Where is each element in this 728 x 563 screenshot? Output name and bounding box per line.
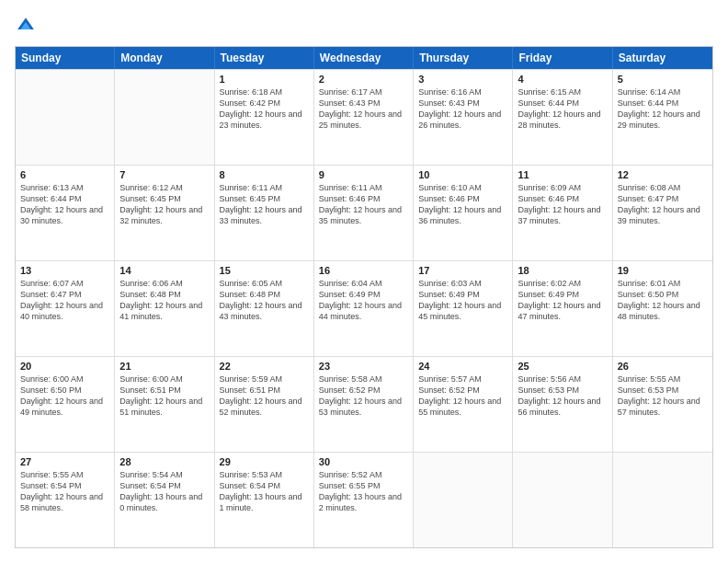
day-info: Sunrise: 6:11 AM Sunset: 6:45 PM Dayligh… xyxy=(220,182,309,227)
day-info: Sunrise: 6:08 AM Sunset: 6:47 PM Dayligh… xyxy=(618,182,708,227)
day-number: 12 xyxy=(618,169,708,180)
day-number: 4 xyxy=(518,74,607,85)
day-number: 28 xyxy=(119,456,209,467)
calendar-cell-day-25: 25Sunrise: 5:56 AM Sunset: 6:53 PM Dayli… xyxy=(513,357,612,452)
day-info: Sunrise: 6:05 AM Sunset: 6:48 PM Dayligh… xyxy=(220,278,309,323)
day-number: 25 xyxy=(518,361,607,372)
calendar-cell-day-22: 22Sunrise: 5:59 AM Sunset: 6:51 PM Dayli… xyxy=(215,357,314,452)
calendar-cell-day-21: 21Sunrise: 6:00 AM Sunset: 6:51 PM Dayli… xyxy=(115,357,214,452)
day-info: Sunrise: 6:03 AM Sunset: 6:49 PM Dayligh… xyxy=(418,278,507,323)
day-number: 27 xyxy=(20,456,109,467)
day-info: Sunrise: 6:15 AM Sunset: 6:44 PM Dayligh… xyxy=(518,86,607,132)
calendar-cell-day-15: 15Sunrise: 6:05 AM Sunset: 6:48 PM Dayli… xyxy=(215,261,314,356)
calendar-cell-day-13: 13Sunrise: 6:07 AM Sunset: 6:47 PM Dayli… xyxy=(16,261,115,356)
calendar-cell-day-27: 27Sunrise: 5:55 AM Sunset: 6:54 PM Dayli… xyxy=(16,453,115,547)
day-number: 16 xyxy=(319,265,408,276)
calendar-cell-day-16: 16Sunrise: 6:04 AM Sunset: 6:49 PM Dayli… xyxy=(314,261,414,356)
day-number: 29 xyxy=(220,456,309,467)
logo xyxy=(15,15,40,37)
calendar-cell-day-9: 9Sunrise: 6:11 AM Sunset: 6:46 PM Daylig… xyxy=(314,166,414,260)
calendar-cell-day-8: 8Sunrise: 6:11 AM Sunset: 6:45 PM Daylig… xyxy=(215,166,314,260)
calendar-cell-day-18: 18Sunrise: 6:02 AM Sunset: 6:49 PM Dayli… xyxy=(513,261,612,356)
day-number: 17 xyxy=(418,265,507,276)
day-info: Sunrise: 6:18 AM Sunset: 6:42 PM Dayligh… xyxy=(220,86,309,132)
calendar-row-3: 13Sunrise: 6:07 AM Sunset: 6:47 PM Dayli… xyxy=(16,260,712,356)
calendar-cell-day-26: 26Sunrise: 5:55 AM Sunset: 6:53 PM Dayli… xyxy=(613,357,712,452)
calendar-row-5: 27Sunrise: 5:55 AM Sunset: 6:54 PM Dayli… xyxy=(16,452,712,547)
day-number: 2 xyxy=(319,74,408,85)
day-info: Sunrise: 6:00 AM Sunset: 6:50 PM Dayligh… xyxy=(20,373,109,419)
calendar-cell-day-20: 20Sunrise: 6:00 AM Sunset: 6:50 PM Dayli… xyxy=(16,357,115,452)
day-info: Sunrise: 6:16 AM Sunset: 6:43 PM Dayligh… xyxy=(418,86,507,132)
calendar-header-sunday: Sunday xyxy=(16,47,115,69)
day-info: Sunrise: 5:57 AM Sunset: 6:52 PM Dayligh… xyxy=(418,373,507,419)
calendar-cell-day-17: 17Sunrise: 6:03 AM Sunset: 6:49 PM Dayli… xyxy=(414,261,513,356)
day-info: Sunrise: 6:04 AM Sunset: 6:49 PM Dayligh… xyxy=(319,278,408,323)
day-number: 3 xyxy=(418,74,507,85)
day-number: 9 xyxy=(319,169,408,180)
day-number: 6 xyxy=(20,169,109,180)
calendar-cell-day-6: 6Sunrise: 6:13 AM Sunset: 6:44 PM Daylig… xyxy=(16,166,115,260)
day-info: Sunrise: 6:00 AM Sunset: 6:51 PM Dayligh… xyxy=(119,373,209,419)
day-number: 10 xyxy=(418,169,507,180)
calendar-cell-day-29: 29Sunrise: 5:53 AM Sunset: 6:54 PM Dayli… xyxy=(215,453,314,547)
day-info: Sunrise: 6:06 AM Sunset: 6:48 PM Dayligh… xyxy=(119,278,209,323)
calendar-cell-empty xyxy=(613,453,712,547)
calendar-cell-day-28: 28Sunrise: 5:54 AM Sunset: 6:54 PM Dayli… xyxy=(115,453,214,547)
calendar-cell-day-5: 5Sunrise: 6:14 AM Sunset: 6:44 PM Daylig… xyxy=(613,70,712,165)
calendar-body: 1Sunrise: 6:18 AM Sunset: 6:42 PM Daylig… xyxy=(16,69,712,547)
calendar-row-2: 6Sunrise: 6:13 AM Sunset: 6:44 PM Daylig… xyxy=(16,165,712,260)
day-info: Sunrise: 6:11 AM Sunset: 6:46 PM Dayligh… xyxy=(319,182,408,227)
day-number: 19 xyxy=(618,265,708,276)
calendar-cell-day-12: 12Sunrise: 6:08 AM Sunset: 6:47 PM Dayli… xyxy=(613,166,712,260)
page: SundayMondayTuesdayWednesdayThursdayFrid… xyxy=(0,0,728,563)
calendar-cell-empty xyxy=(16,70,115,165)
day-number: 1 xyxy=(220,74,309,85)
header xyxy=(15,15,713,37)
calendar-header-thursday: Thursday xyxy=(414,47,513,69)
calendar-cell-day-4: 4Sunrise: 6:15 AM Sunset: 6:44 PM Daylig… xyxy=(513,70,612,165)
calendar: SundayMondayTuesdayWednesdayThursdayFrid… xyxy=(15,46,713,548)
day-info: Sunrise: 6:17 AM Sunset: 6:43 PM Dayligh… xyxy=(319,86,408,132)
calendar-header-tuesday: Tuesday xyxy=(215,47,314,69)
day-number: 11 xyxy=(518,169,607,180)
day-number: 23 xyxy=(319,361,408,372)
day-number: 5 xyxy=(618,74,708,85)
day-info: Sunrise: 5:53 AM Sunset: 6:54 PM Dayligh… xyxy=(220,469,309,514)
day-info: Sunrise: 6:12 AM Sunset: 6:45 PM Dayligh… xyxy=(119,182,209,227)
day-number: 18 xyxy=(518,265,607,276)
day-info: Sunrise: 6:07 AM Sunset: 6:47 PM Dayligh… xyxy=(20,278,109,323)
day-info: Sunrise: 5:56 AM Sunset: 6:53 PM Dayligh… xyxy=(518,373,607,419)
calendar-cell-day-11: 11Sunrise: 6:09 AM Sunset: 6:46 PM Dayli… xyxy=(513,166,612,260)
day-info: Sunrise: 6:09 AM Sunset: 6:46 PM Dayligh… xyxy=(518,182,607,227)
day-info: Sunrise: 5:52 AM Sunset: 6:55 PM Dayligh… xyxy=(319,469,408,514)
calendar-row-4: 20Sunrise: 6:00 AM Sunset: 6:50 PM Dayli… xyxy=(16,356,712,452)
calendar-row-1: 1Sunrise: 6:18 AM Sunset: 6:42 PM Daylig… xyxy=(16,69,712,165)
day-number: 24 xyxy=(418,361,507,372)
day-info: Sunrise: 6:02 AM Sunset: 6:49 PM Dayligh… xyxy=(518,278,607,323)
calendar-header-friday: Friday xyxy=(513,47,612,69)
day-number: 26 xyxy=(618,361,708,372)
day-info: Sunrise: 5:55 AM Sunset: 6:54 PM Dayligh… xyxy=(20,469,109,514)
day-info: Sunrise: 5:59 AM Sunset: 6:51 PM Dayligh… xyxy=(220,373,309,419)
day-info: Sunrise: 6:01 AM Sunset: 6:50 PM Dayligh… xyxy=(618,278,708,323)
calendar-header-wednesday: Wednesday xyxy=(314,47,414,69)
day-number: 8 xyxy=(220,169,309,180)
calendar-header-monday: Monday xyxy=(115,47,214,69)
day-info: Sunrise: 6:13 AM Sunset: 6:44 PM Dayligh… xyxy=(20,182,109,227)
calendar-cell-day-2: 2Sunrise: 6:17 AM Sunset: 6:43 PM Daylig… xyxy=(314,70,414,165)
calendar-cell-day-19: 19Sunrise: 6:01 AM Sunset: 6:50 PM Dayli… xyxy=(613,261,712,356)
calendar-cell-empty xyxy=(513,453,612,547)
day-info: Sunrise: 6:10 AM Sunset: 6:46 PM Dayligh… xyxy=(418,182,507,227)
day-number: 7 xyxy=(119,169,209,180)
calendar-cell-day-1: 1Sunrise: 6:18 AM Sunset: 6:42 PM Daylig… xyxy=(215,70,314,165)
calendar-cell-day-10: 10Sunrise: 6:10 AM Sunset: 6:46 PM Dayli… xyxy=(414,166,513,260)
calendar-header-saturday: Saturday xyxy=(613,47,712,69)
day-number: 20 xyxy=(20,361,109,372)
day-number: 14 xyxy=(119,265,209,276)
day-number: 30 xyxy=(319,456,408,467)
calendar-cell-day-14: 14Sunrise: 6:06 AM Sunset: 6:48 PM Dayli… xyxy=(115,261,214,356)
day-info: Sunrise: 5:55 AM Sunset: 6:53 PM Dayligh… xyxy=(618,373,708,419)
calendar-cell-day-24: 24Sunrise: 5:57 AM Sunset: 6:52 PM Dayli… xyxy=(414,357,513,452)
day-number: 22 xyxy=(220,361,309,372)
